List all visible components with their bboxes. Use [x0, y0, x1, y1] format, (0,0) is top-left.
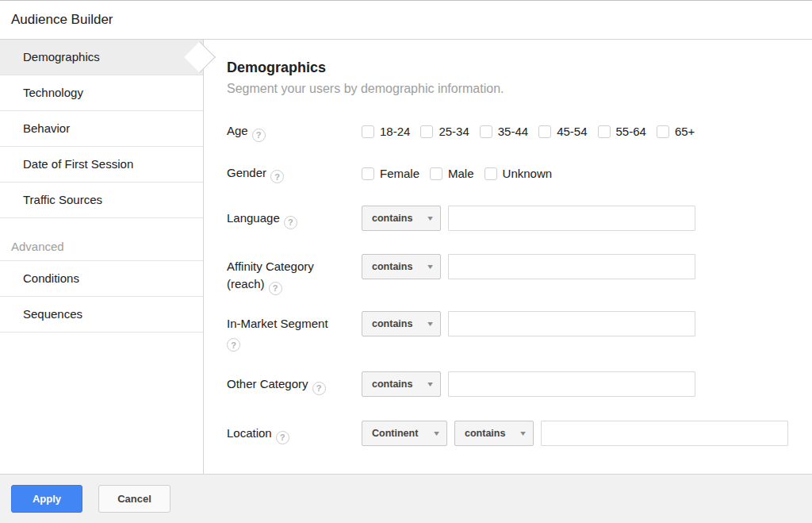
language-row: Language? contains▾ [227, 206, 796, 231]
caret-down-icon: ▾ [427, 380, 433, 388]
age-45-54-checkbox[interactable]: 45-54 [538, 124, 587, 140]
help-icon[interactable]: ? [284, 216, 297, 229]
help-icon[interactable]: ? [227, 338, 240, 352]
sidebar-item-label: Technology [23, 86, 83, 99]
in-market-segment-controls: contains▾ [362, 311, 695, 336]
checkbox-icon [362, 167, 374, 180]
sidebar-item-label: Sequences [23, 307, 82, 321]
caret-down-icon: ▾ [427, 320, 433, 328]
affinity-value-input[interactable] [448, 254, 695, 279]
sidebar-item-conditions[interactable]: Conditions [0, 261, 203, 297]
demographics-panel: Demographics Segment your users by demog… [204, 40, 812, 474]
age-options: 18-24 25-34 35-44 45-54 55-64 65+ [362, 124, 695, 140]
sidebar-item-label: Traffic Sources [23, 193, 102, 206]
in-market-value-input[interactable] [448, 311, 695, 336]
location-operator-select[interactable]: contains▾ [454, 421, 534, 446]
other-category-value-input[interactable] [448, 371, 695, 397]
caret-down-icon: ▾ [427, 214, 433, 222]
panel-subtitle: Segment your users by demographic inform… [227, 82, 796, 96]
sidebar-item-label: Conditions [23, 271, 79, 285]
sidebar-item-technology[interactable]: Technology [0, 75, 203, 111]
help-icon[interactable]: ? [276, 431, 289, 444]
dialog-title: Audience Builder [11, 12, 113, 28]
sidebar-item-label: Behavior [23, 121, 70, 135]
help-icon[interactable]: ? [269, 282, 282, 295]
affinity-category-label: Affinity Category (reach)? [227, 254, 362, 295]
checkbox-icon [480, 125, 492, 138]
other-category-row: Other Category? contains▾ [227, 371, 796, 397]
checkbox-icon [362, 125, 374, 138]
other-category-label: Other Category? [227, 371, 362, 395]
location-dimension-select[interactable]: Continent▾ [362, 421, 447, 446]
gender-unknown-checkbox[interactable]: Unknown [485, 166, 553, 182]
language-controls: contains▾ [362, 206, 695, 231]
checkbox-icon [430, 167, 442, 180]
language-label: Language? [227, 206, 362, 229]
caret-down-icon: ▾ [434, 429, 439, 437]
gender-row: Gender? Female Male Unknown [227, 164, 796, 184]
language-value-input[interactable] [448, 206, 695, 231]
gender-label: Gender? [227, 164, 362, 184]
checkbox-icon [598, 125, 611, 138]
sidebar: Demographics Technology Behavior Date of… [0, 40, 204, 474]
gender-female-checkbox[interactable]: Female [362, 166, 419, 182]
age-row: Age? 18-24 25-34 35-44 45-54 55-64 65+ [227, 122, 796, 142]
affinity-operator-select[interactable]: contains▾ [362, 254, 441, 279]
help-icon[interactable]: ? [312, 382, 326, 395]
panel-title: Demographics [227, 60, 796, 76]
location-row: Location? Continent▾ contains▾ [227, 421, 796, 446]
affinity-category-row: Affinity Category (reach)? contains▾ [227, 254, 796, 295]
dialog-footer: Apply Cancel [0, 474, 812, 523]
age-label: Age? [227, 122, 362, 142]
sidebar-item-demographics[interactable]: Demographics [0, 40, 203, 75]
age-55-64-checkbox[interactable]: 55-64 [598, 124, 646, 140]
age-65plus-checkbox[interactable]: 65+ [657, 124, 695, 140]
age-18-24-checkbox[interactable]: 18-24 [362, 124, 410, 140]
location-controls: Continent▾ contains▾ [362, 421, 788, 446]
cancel-button[interactable]: Cancel [98, 485, 170, 513]
help-icon[interactable]: ? [270, 170, 284, 183]
gender-male-checkbox[interactable]: Male [430, 166, 474, 182]
gender-options: Female Male Unknown [362, 166, 552, 182]
checkbox-icon [485, 167, 497, 180]
sidebar-item-traffic-sources[interactable]: Traffic Sources [0, 183, 203, 218]
audience-builder-dialog: Audience Builder Demographics Technology… [0, 0, 812, 523]
location-label: Location? [227, 421, 362, 444]
checkbox-icon [657, 125, 669, 138]
sidebar-item-label: Date of First Session [23, 157, 133, 171]
other-category-operator-select[interactable]: contains▾ [362, 371, 441, 397]
in-market-segment-row: In-Market Segment ? contains▾ [227, 311, 796, 352]
sidebar-item-label: Demographics [23, 50, 100, 63]
apply-button[interactable]: Apply [11, 485, 82, 513]
affinity-category-controls: contains▾ [362, 254, 695, 279]
language-operator-select[interactable]: contains▾ [362, 206, 441, 231]
other-category-controls: contains▾ [362, 371, 695, 397]
help-icon[interactable]: ? [252, 129, 266, 142]
sidebar-item-behavior[interactable]: Behavior [0, 111, 203, 147]
caret-down-icon: ▾ [520, 429, 526, 437]
sidebar-section-advanced: Advanced [0, 218, 203, 261]
caret-down-icon: ▾ [427, 263, 433, 271]
location-value-input[interactable] [541, 421, 788, 446]
checkbox-icon [420, 125, 433, 138]
sidebar-item-sequences[interactable]: Sequences [0, 297, 203, 333]
sidebar-item-date-of-first-session[interactable]: Date of First Session [0, 147, 203, 183]
dialog-header: Audience Builder [0, 1, 812, 40]
age-35-44-checkbox[interactable]: 35-44 [480, 124, 528, 140]
checkbox-icon [538, 125, 551, 138]
in-market-operator-select[interactable]: contains▾ [362, 311, 441, 336]
age-25-34-checkbox[interactable]: 25-34 [420, 124, 469, 140]
in-market-segment-label: In-Market Segment ? [227, 311, 362, 352]
